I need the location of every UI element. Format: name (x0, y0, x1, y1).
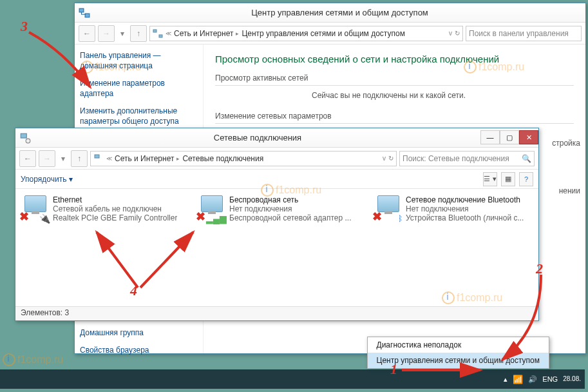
up-button[interactable]: ↑ (130, 25, 147, 42)
breadcrumb-p1[interactable]: Сеть и Интернет (115, 154, 174, 163)
connection-ethernet[interactable]: 🔌 ✖ Ethernet Сетевой кабель не подключен… (22, 195, 179, 222)
sidebar-sharing-settings[interactable]: Изменить дополнительные параметры общего… (80, 106, 198, 126)
not-connected-text: Сейчас вы не подключены ни к какой сети. (312, 91, 574, 100)
page-heading: Просмотр основных сведений о сети и наст… (215, 54, 574, 64)
annotation-1: 1 (390, 361, 397, 378)
connection-list: 🔌 ✖ Ethernet Сетевой кабель не подключен… (15, 189, 538, 229)
window-title: Сетевые подключения (35, 133, 480, 142)
connection-status: Сетевой кабель не подключен (53, 204, 177, 213)
connection-status: Нет подключения (406, 204, 524, 213)
refresh-icon[interactable]: ↻ (388, 155, 394, 162)
bluetooth-icon: ᛒ (397, 213, 403, 224)
error-x-icon: ✖ (196, 210, 205, 224)
sidebar-homegroup[interactable]: Домашняя группа (80, 328, 198, 338)
sidebar-home[interactable]: Панель управления — домашняя страница (80, 51, 198, 71)
search-input[interactable]: Поиск в панели управления (466, 26, 582, 41)
cable-icon: 🔌 (39, 213, 50, 224)
error-x-icon: ✖ (19, 210, 29, 224)
back-button[interactable]: ← (79, 25, 95, 42)
watermark: f1comp.ru (3, 353, 63, 366)
svg-point-7 (26, 139, 30, 143)
sidebar-adapter-settings[interactable]: Изменение параметров адаптера (80, 79, 198, 99)
connection-device: Беспроводной сетевой адаптер ... (229, 213, 352, 222)
back-button[interactable]: ← (19, 150, 36, 167)
connection-bluetooth[interactable]: ᛒ ✖ Сетевое подключение Bluetooth Нет по… (375, 195, 532, 222)
window-controls: — ▢ ✕ (480, 131, 538, 144)
network-icon (153, 28, 163, 39)
window-network-connections: Сетевые подключения — ▢ ✕ ← → ▾ ↑ ≪ Сеть… (15, 128, 539, 321)
tray-volume-icon[interactable]: 🔊 (528, 375, 537, 384)
breadcrumb[interactable]: ≪ Сеть и Интернет ▸ Сетевые подключения … (90, 151, 397, 166)
connections-icon (19, 132, 31, 144)
dropdown-icon[interactable]: v (449, 30, 452, 37)
search-input[interactable]: Поиск: Сетевые подключения 🔍 (399, 151, 535, 166)
breadcrumb[interactable]: ≪ Сеть и Интернет ▸ Центр управления сет… (149, 26, 463, 41)
connection-status: Нет подключения (229, 204, 352, 213)
window-title: Центр управления сетями и общим доступом (94, 8, 585, 17)
taskbar: ▴ 📶 🔊 ENG 28.08. (0, 369, 585, 389)
connections-icon (93, 153, 104, 164)
svg-rect-0 (79, 8, 84, 12)
active-networks-label: Просмотр активных сетей (215, 74, 574, 83)
system-tray: ▴ 📶 🔊 ENG 28.08. (504, 375, 581, 384)
navbar: ← → ▾ ↑ ≪ Сеть и Интернет ▸ Центр управл… (75, 23, 585, 44)
toolbar: Упорядочить ▾ ☰ ▾ ▦ ? (15, 170, 538, 189)
close-button[interactable]: ✕ (519, 130, 538, 144)
network-center-icon (79, 7, 90, 19)
forward-button[interactable]: → (98, 25, 115, 42)
navbar: ← → ▾ ↑ ≪ Сеть и Интернет ▸ Сетевые подк… (15, 148, 538, 170)
change-params-label: Изменение сетевых параметров (215, 112, 574, 121)
help-button[interactable]: ? (519, 172, 533, 186)
svg-rect-8 (95, 155, 99, 158)
error-x-icon: ✖ (372, 210, 382, 224)
svg-rect-2 (153, 30, 156, 32)
connection-device: Realtek PCIe GBE Family Controller (53, 213, 177, 222)
titlebar[interactable]: Сетевые подключения — ▢ ✕ (15, 128, 538, 148)
connection-name: Беспроводная сеть (229, 195, 352, 204)
recent-button[interactable]: ▾ (58, 150, 68, 167)
refresh-icon[interactable]: ↻ (455, 30, 460, 37)
status-bar: Элементов: 3 (15, 306, 538, 320)
language-indicator[interactable]: ENG (542, 375, 558, 383)
connection-wireless[interactable]: ▂▄▆ ✖ Беспроводная сеть Нет подключения … (198, 195, 356, 222)
breadcrumb-p1[interactable]: Сеть и Интернет (174, 29, 233, 38)
wifi-bars-icon: ▂▄▆ (206, 213, 227, 224)
annotation-4: 4 (130, 282, 137, 299)
svg-rect-3 (159, 35, 162, 37)
up-button[interactable]: ↑ (71, 150, 88, 167)
dropdown-icon[interactable]: v (383, 155, 386, 162)
tray-expand-icon[interactable]: ▴ (504, 375, 507, 384)
view-options-button[interactable]: ☰ ▾ (483, 172, 497, 186)
annotation-3: 3 (21, 18, 28, 35)
maximize-button[interactable]: ▢ (500, 130, 519, 144)
annotation-2: 2 (536, 260, 543, 277)
minimize-button[interactable]: — (480, 130, 500, 144)
sidebar-browser[interactable]: Свойства браузера (80, 346, 198, 356)
breadcrumb-p2[interactable]: Сетевые подключения (182, 154, 263, 163)
tray-network-icon[interactable]: 📶 (513, 375, 523, 384)
preview-pane-button[interactable]: ▦ (501, 172, 515, 186)
recent-button[interactable]: ▾ (117, 25, 128, 42)
organize-button[interactable]: Упорядочить ▾ (21, 175, 73, 184)
menu-diagnostics[interactable]: Диагностика неполадок (368, 337, 549, 353)
titlebar[interactable]: Центр управления сетями и общим доступом (75, 3, 585, 23)
connection-device: Устройства Bluetooth (личной с... (406, 213, 524, 222)
svg-rect-6 (21, 133, 26, 138)
search-icon: 🔍 (522, 154, 531, 163)
forward-button[interactable]: → (39, 150, 55, 167)
connection-name: Сетевое подключение Bluetooth (406, 195, 524, 204)
breadcrumb-p2[interactable]: Центр управления сетями и общим доступом (242, 29, 405, 38)
connection-name: Ethernet (53, 195, 177, 204)
clock-date[interactable]: 28.08. (563, 376, 581, 382)
